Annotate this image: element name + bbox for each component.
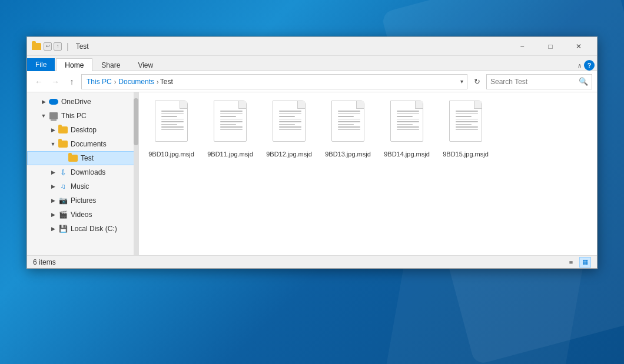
crumb-this-pc[interactable]: This PC	[85, 78, 113, 86]
sidebar-scrollbar-thumb[interactable]	[134, 98, 138, 145]
forward-button[interactable]: →	[48, 75, 62, 89]
sidebar-item-videos[interactable]: ▶ 🎬 Videos	[27, 208, 138, 222]
sidebar-item-test[interactable]: Test	[27, 151, 138, 165]
ribbon-right: ∧ ?	[577, 60, 597, 71]
window-title: Test	[76, 42, 509, 51]
title-divider: |	[67, 42, 69, 51]
file-paper	[390, 101, 423, 142]
file-lines	[338, 111, 360, 130]
title-small-buttons: ↩ ↑	[44, 42, 62, 51]
file-name: 9BD12.jpg.msjd	[266, 150, 312, 158]
search-icon[interactable]: 🔍	[579, 77, 588, 86]
back-button[interactable]: ←	[32, 75, 46, 89]
quick-access-btn-1[interactable]: ↩	[44, 42, 52, 51]
large-icons-view-button[interactable]: ▦	[579, 257, 591, 268]
up-button[interactable]: ↑	[65, 75, 79, 89]
sidebar-item-onedrive[interactable]: ▶ OneDrive	[27, 95, 138, 109]
file-icon	[270, 101, 308, 148]
file-item[interactable]: 9BD15.jpg.msjd	[439, 98, 492, 161]
expand-icon-downloads[interactable]: ▶	[48, 168, 58, 177]
address-bar[interactable]: This PC › Documents › Test ▾	[81, 74, 467, 89]
file-item[interactable]: 9BD12.jpg.msjd	[263, 98, 316, 161]
sidebar-label-pictures: Pictures	[71, 196, 96, 205]
file-paper	[331, 101, 364, 142]
main-area: ▶ OneDrive ▼ This PC ▶	[27, 92, 597, 255]
file-icon	[388, 101, 426, 148]
quick-access-btn-2[interactable]: ↑	[54, 42, 62, 51]
status-bar: 6 items ≡ ▦	[27, 255, 597, 268]
title-bar: ↩ ↑ | Test − □ ✕	[27, 37, 597, 56]
file-item[interactable]: 9BD10.jpg.msjd	[145, 98, 198, 161]
crumb-test: Test	[160, 78, 173, 86]
expand-icon-this-pc[interactable]: ▼	[39, 111, 48, 121]
file-explorer-window: ↩ ↑ | Test − □ ✕ File Home Share View ∧ …	[26, 36, 598, 269]
music-icon: ♫	[58, 182, 68, 191]
sidebar-label-music: Music	[71, 182, 89, 191]
desktop-folder-icon	[58, 125, 68, 135]
expand-icon-pictures[interactable]: ▶	[48, 196, 58, 205]
tab-share[interactable]: Share	[92, 58, 129, 71]
ribbon-collapse-icon[interactable]: ∧	[577, 62, 582, 69]
file-item[interactable]: 9BD14.jpg.msjd	[380, 98, 433, 161]
file-icon	[447, 101, 484, 148]
file-paper	[155, 101, 188, 142]
help-button[interactable]: ?	[584, 60, 595, 71]
file-content-area: 9BD10.jpg.msjd9BD11.jpg.msjd9BD12.jpg.ms…	[139, 92, 597, 255]
sidebar-item-desktop[interactable]: ▶ Desktop	[27, 123, 138, 137]
details-view-button[interactable]: ≡	[565, 257, 577, 268]
file-icon	[329, 101, 367, 148]
sidebar-label-this-pc: This PC	[61, 112, 87, 120]
navigation-bar: ← → ↑ This PC › Documents › Test ▾ ↻ 🔍	[27, 71, 597, 92]
expand-icon-documents[interactable]: ▼	[48, 139, 58, 149]
sidebar-label-downloads: Downloads	[71, 168, 105, 176]
downloads-icon: ⇩	[58, 168, 68, 177]
refresh-button[interactable]: ↻	[470, 75, 484, 89]
tab-view[interactable]: View	[129, 58, 162, 71]
view-toggle: ≡ ▦	[565, 257, 591, 268]
test-folder-icon	[68, 153, 78, 163]
expand-icon-test	[58, 153, 68, 163]
expand-icon-onedrive[interactable]: ▶	[39, 97, 48, 106]
expand-icon-videos[interactable]: ▶	[48, 210, 58, 219]
file-name: 9BD11.jpg.msjd	[207, 150, 253, 158]
file-icon	[152, 101, 190, 148]
expand-icon-local-disk[interactable]: ▶	[48, 224, 58, 233]
sidebar-label-videos: Videos	[71, 211, 92, 219]
title-folder-icon	[32, 43, 41, 50]
sidebar-item-this-pc[interactable]: ▼ This PC	[27, 109, 138, 123]
sidebar-item-pictures[interactable]: ▶ 📷 Pictures	[27, 193, 138, 208]
file-name: 9BD10.jpg.msjd	[148, 150, 194, 158]
file-lines	[456, 111, 478, 130]
tab-home[interactable]: Home	[56, 58, 92, 71]
close-button[interactable]: ✕	[565, 38, 592, 55]
file-paper	[449, 101, 482, 142]
crumb-documents[interactable]: Documents	[117, 78, 155, 86]
documents-folder-icon	[58, 139, 68, 149]
search-input[interactable]	[490, 78, 579, 86]
sidebar-scrollbar[interactable]	[134, 92, 138, 255]
sidebar-label-desktop: Desktop	[71, 126, 97, 134]
file-item[interactable]: 9BD11.jpg.msjd	[204, 98, 257, 161]
sidebar-item-documents[interactable]: ▼ Documents	[27, 137, 138, 151]
videos-icon: 🎬	[58, 210, 68, 219]
address-dropdown-icon[interactable]: ▾	[460, 78, 463, 85]
file-name: 9BD14.jpg.msjd	[384, 150, 430, 158]
status-item-count: 6 items	[33, 258, 56, 266]
file-name: 9BD13.jpg.msjd	[325, 150, 371, 158]
sidebar-item-music[interactable]: ▶ ♫ Music	[27, 179, 138, 193]
expand-icon-music[interactable]: ▶	[48, 182, 58, 191]
file-paper	[214, 101, 247, 142]
onedrive-icon	[48, 97, 59, 106]
tab-file[interactable]: File	[27, 58, 55, 71]
sidebar-label-test: Test	[81, 154, 94, 162]
sidebar-label-local-disk: Local Disk (C:)	[71, 225, 117, 233]
sidebar-item-downloads[interactable]: ▶ ⇩ Downloads	[27, 165, 138, 179]
file-item[interactable]: 9BD13.jpg.msjd	[321, 98, 374, 161]
maximize-button[interactable]: □	[537, 38, 564, 55]
search-bar[interactable]: 🔍	[486, 74, 592, 89]
minimize-button[interactable]: −	[509, 38, 536, 55]
sidebar-label-documents: Documents	[71, 140, 107, 148]
expand-icon-desktop[interactable]: ▶	[48, 125, 58, 135]
sidebar-item-local-disk[interactable]: ▶ 💾 Local Disk (C:)	[27, 222, 138, 236]
crumb-sep-2: ›	[157, 78, 159, 85]
